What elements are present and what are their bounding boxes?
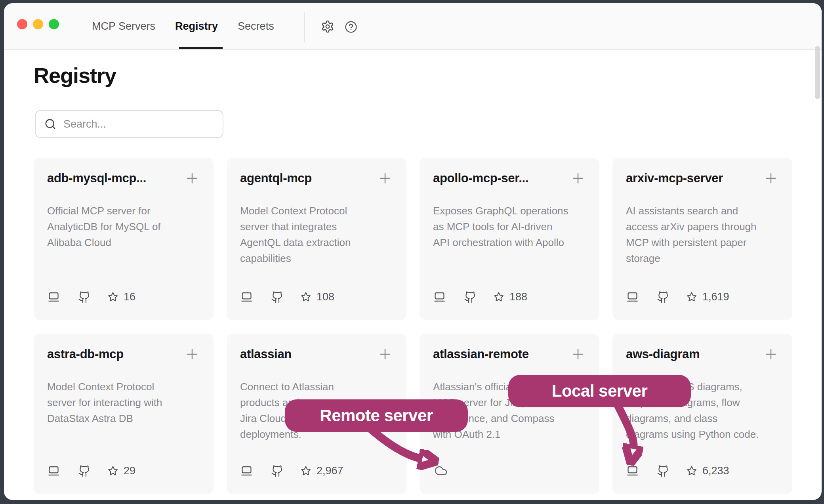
star-count: 188: [509, 291, 527, 303]
add-server-button[interactable]: [184, 346, 200, 362]
laptop-icon: [626, 290, 639, 304]
server-card-agentql-mcp[interactable]: agentql-mcp Model Context Protocol serve…: [227, 158, 406, 320]
add-server-button[interactable]: [184, 170, 200, 186]
page-title: Registry: [34, 61, 116, 90]
server-description: Model Context Protocol server that integ…: [240, 203, 393, 266]
server-card-footer: 108: [240, 290, 393, 304]
github-icon[interactable]: [657, 465, 670, 477]
server-description: Exposes GraphQL operations as MCP tools …: [433, 203, 586, 250]
search-input[interactable]: [63, 118, 217, 131]
local-server-callout: Local server: [508, 375, 691, 407]
github-icon[interactable]: [271, 291, 284, 304]
laptop-icon: [433, 290, 446, 304]
settings-button[interactable]: [321, 20, 334, 33]
add-server-button[interactable]: [763, 170, 779, 186]
tab-secrets[interactable]: Secrets: [238, 20, 274, 32]
server-card-footer: 16: [47, 290, 200, 304]
star-icon: [686, 465, 698, 477]
star-count: 29: [124, 465, 135, 477]
github-icon[interactable]: [657, 291, 670, 304]
traffic-lights: [17, 19, 59, 29]
plus-icon: [184, 346, 200, 362]
server-description: Model Context Protocol server for intera…: [47, 379, 200, 426]
tab-registry[interactable]: Registry: [175, 20, 218, 32]
zoom-window-button[interactable]: [49, 19, 59, 29]
laptop-icon: [47, 464, 60, 477]
server-name: agentql-mcp: [240, 171, 312, 185]
laptop-icon: [47, 290, 60, 304]
plus-icon: [763, 346, 779, 362]
server-card-arxiv-mcp-server[interactable]: arxiv-mcp-server AI assistants search an…: [612, 158, 792, 320]
server-card-astra-db-mcp[interactable]: astra-db-mcp Model Context Protocol serv…: [34, 334, 214, 494]
cloud-icon: [433, 464, 449, 477]
remote-server-callout: Remote server: [285, 399, 468, 432]
add-server-button[interactable]: [570, 170, 586, 186]
star-icon: [300, 465, 312, 477]
star-icon: [493, 291, 505, 303]
laptop-icon: [626, 464, 639, 477]
toolbar-divider: [304, 12, 305, 42]
plus-icon: [377, 170, 393, 186]
app-window: MCP Servers Registry Secrets Registry ad…: [4, 3, 822, 500]
server-description: AI assistants search and access arXiv pa…: [626, 203, 779, 266]
server-name: apollo-mcp-ser...: [433, 171, 528, 185]
add-server-button[interactable]: [377, 170, 393, 186]
github-icon[interactable]: [78, 465, 91, 477]
server-card-adb-mysql-mcp[interactable]: adb-mysql-mcp... Official MCP server for…: [34, 158, 214, 320]
active-tab-indicator: [179, 47, 223, 49]
search-icon: [44, 118, 56, 130]
vertical-scrollbar-thumb[interactable]: [815, 46, 820, 99]
star-count: 1,619: [702, 291, 729, 303]
server-name: arxiv-mcp-server: [626, 171, 723, 185]
server-name: astra-db-mcp: [47, 347, 124, 361]
server-name: atlassian: [240, 347, 292, 361]
github-icon[interactable]: [271, 465, 284, 477]
server-name: atlassian-remote: [433, 347, 529, 361]
server-card-footer: 2,967: [240, 464, 393, 477]
server-card-footer: 1,619: [626, 290, 779, 304]
plus-icon: [570, 346, 586, 362]
star-count: 108: [317, 291, 334, 303]
server-name: aws-diagram: [626, 347, 700, 361]
plus-icon: [377, 346, 393, 362]
add-server-button[interactable]: [763, 346, 779, 362]
server-description: Official MCP server for AnalyticDB for M…: [47, 203, 200, 250]
star-count: 2,967: [317, 465, 343, 477]
search-box[interactable]: [35, 110, 223, 138]
server-card-apollo-mcp-server[interactable]: apollo-mcp-ser... Exposes GraphQL operat…: [420, 158, 599, 320]
server-card-footer: 29: [47, 464, 200, 477]
tab-mcp-servers[interactable]: MCP Servers: [92, 20, 155, 32]
add-server-button[interactable]: [570, 346, 586, 362]
minimize-window-button[interactable]: [33, 19, 43, 29]
laptop-icon: [240, 290, 253, 304]
server-name: adb-mysql-mcp...: [47, 171, 146, 185]
add-server-button[interactable]: [377, 346, 393, 362]
registry-card-grid: adb-mysql-mcp... Official MCP server for…: [34, 158, 792, 494]
server-card-footer: 188: [433, 290, 586, 304]
help-button[interactable]: [345, 21, 357, 33]
star-icon: [300, 291, 312, 303]
star-icon: [107, 465, 119, 477]
star-icon: [686, 291, 698, 303]
server-card-footer: 6,233: [626, 464, 779, 477]
github-icon[interactable]: [78, 291, 91, 304]
github-icon[interactable]: [464, 291, 477, 304]
star-count: 6,233: [702, 465, 729, 477]
server-card-footer: [433, 464, 586, 477]
titlebar: MCP Servers Registry Secrets: [4, 3, 822, 50]
plus-icon: [763, 170, 779, 186]
plus-icon: [570, 170, 586, 186]
main-tabs: MCP Servers Registry Secrets: [92, 3, 274, 49]
server-card-aws-diagram[interactable]: aws-diagram Generate AWS diagrams, seque…: [612, 334, 792, 494]
help-circle-icon: [345, 21, 357, 33]
star-icon: [107, 291, 119, 303]
plus-icon: [184, 170, 200, 186]
gear-icon: [321, 20, 334, 33]
close-window-button[interactable]: [17, 19, 27, 29]
star-count: 16: [124, 291, 135, 303]
laptop-icon: [240, 464, 253, 477]
